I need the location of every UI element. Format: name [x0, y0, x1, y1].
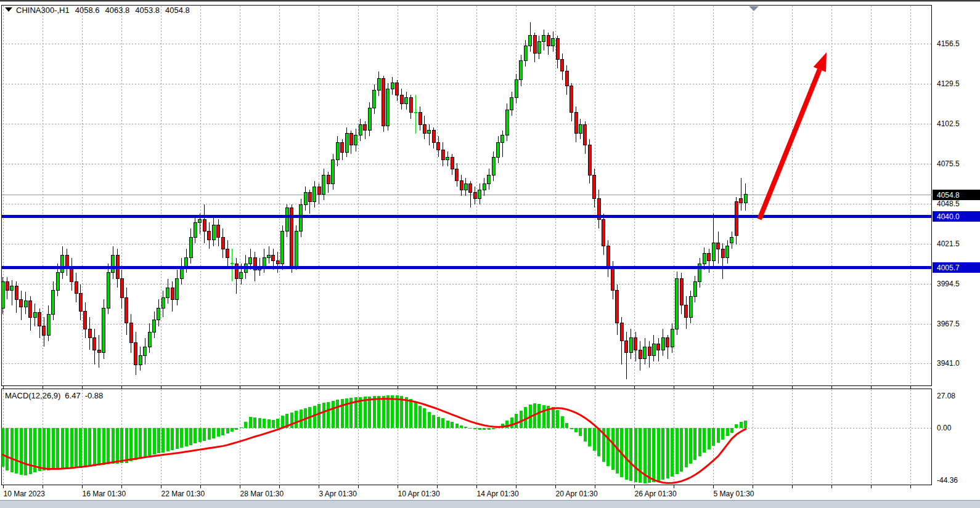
macd-bar [235, 428, 238, 430]
candle-body [593, 175, 596, 199]
candle-body [386, 89, 390, 126]
candle-body [221, 237, 224, 249]
macd-bar [712, 428, 715, 446]
candle-body [313, 187, 316, 201]
time-tick-label: 22 Mar 01:30 [161, 490, 205, 498]
candle-body [272, 255, 275, 261]
candle-body [56, 273, 59, 291]
macd-bar [93, 428, 96, 466]
macd-bar [332, 401, 335, 428]
chart-canvas[interactable]: 4156.54129.54102.54075.54048.54021.53994… [0, 0, 980, 508]
candle-body [561, 59, 564, 71]
macd-bar [565, 423, 568, 428]
macd-bar [364, 397, 367, 428]
macd-layer[interactable] [1, 395, 747, 483]
macd-bar [295, 411, 298, 428]
candle-body [478, 190, 481, 198]
macd-bar [606, 428, 610, 466]
macd-bar [290, 413, 293, 428]
macd-bar [272, 420, 275, 428]
candle-body [341, 142, 344, 153]
candle-body [639, 350, 642, 358]
chart-window: 4156.54129.54102.54075.54048.54021.53994… [0, 0, 980, 508]
candles-layer[interactable] [1, 22, 747, 379]
macd-bar [79, 428, 82, 468]
price-axis[interactable]: 4156.54129.54102.54075.54048.54021.53994… [933, 39, 980, 485]
candle-body [629, 338, 632, 353]
candle-body [588, 145, 591, 175]
macd-bar [6, 428, 9, 470]
price-tick-label: 3967.5 [937, 320, 960, 328]
macd-bar [249, 417, 252, 428]
ohlc-low: 4053.8 [135, 6, 160, 15]
macd-bar [198, 428, 202, 442]
candle-body [437, 142, 440, 150]
candle-body [423, 124, 426, 133]
candle-body [547, 36, 550, 46]
time-tick-label: 3 Apr 01:30 [319, 490, 357, 498]
macd-bar [693, 428, 696, 460]
macd-bar [391, 395, 394, 428]
candle-body [488, 175, 491, 183]
candle-body [47, 314, 50, 335]
level-price-badge-label: 4040.0 [937, 212, 960, 221]
candle-body [161, 298, 165, 308]
macd-bar [148, 428, 151, 456]
macd-bar [396, 395, 399, 428]
macd-tick-label: -44.36 [937, 476, 958, 485]
candle-body [616, 291, 619, 323]
price-tick-label: 4129.5 [937, 79, 960, 88]
macd-bar [10, 428, 14, 472]
macd-bar [588, 428, 591, 446]
candle-body [529, 36, 532, 46]
time-tick-label: 14 Apr 01:30 [477, 490, 519, 498]
time-tick-label: 20 Apr 01:30 [556, 490, 598, 498]
candle-body [226, 249, 229, 257]
candle-body [552, 39, 555, 46]
macd-bar [116, 428, 119, 464]
macd-bar [744, 421, 747, 428]
candle-body [685, 305, 688, 317]
macd-bar [368, 397, 371, 428]
candle-body [364, 124, 367, 131]
macd-bar [666, 428, 669, 478]
candle-body [483, 183, 486, 190]
candle-body [708, 254, 711, 261]
candle-body [409, 98, 412, 113]
candle-body [79, 294, 82, 312]
support-resistance-lines[interactable] [2, 217, 932, 268]
macd-bar [267, 419, 271, 428]
macd-bar [75, 428, 78, 468]
candle-body [625, 341, 628, 353]
macd-bar [258, 418, 261, 428]
macd-bar [593, 428, 596, 451]
candle-body [65, 255, 68, 267]
macd-bar [157, 428, 160, 453]
macd-bar [317, 404, 321, 428]
candle-body [602, 219, 605, 246]
macd-bar [552, 407, 555, 428]
macd-bar [437, 417, 440, 428]
candle-body [703, 254, 706, 264]
macd-bar [253, 417, 256, 428]
macd-bar [281, 416, 284, 428]
symbol-dropdown-icon[interactable] [5, 7, 12, 12]
macd-bar [400, 396, 403, 428]
candle-body [464, 183, 467, 190]
macd-bar [107, 428, 110, 464]
candle-body [24, 301, 27, 307]
macd-signal-value: -0.88 [85, 391, 104, 400]
candle-body [217, 225, 220, 237]
time-tick-label: 5 May 01:30 [714, 490, 754, 498]
candle-body [295, 232, 298, 267]
candle-body [565, 71, 568, 86]
macd-bar [740, 422, 743, 428]
trend-arrow[interactable] [759, 52, 827, 219]
macd-bar [345, 398, 348, 428]
macd-bar [537, 404, 541, 428]
macd-bar [698, 428, 701, 456]
candle-body [208, 232, 211, 240]
candle-body [620, 323, 623, 341]
candle-body [20, 299, 23, 307]
ohlc-high: 4063.8 [105, 6, 129, 15]
